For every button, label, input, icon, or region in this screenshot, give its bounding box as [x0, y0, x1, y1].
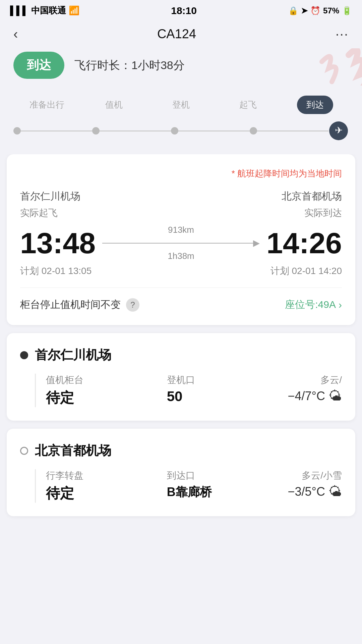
step-dot-1 — [13, 127, 21, 135]
flight-path-info: 913km ▶ 1h38m — [96, 225, 266, 261]
step-dot-4 — [250, 127, 257, 135]
step-dot-3 — [171, 127, 178, 135]
baggage-value: 待定 — [46, 484, 164, 503]
signal-icon: ▌▌▌ — [10, 5, 28, 16]
arrive-status-label: 实际到达 — [304, 207, 342, 219]
arrival-detail-grid: 行李转盘 待定 到达口 B靠廊桥 多云/小雪 −3/5°C 🌤 — [46, 469, 342, 503]
battery-icon: 🔋 — [342, 6, 352, 15]
seat-link[interactable]: 座位号:49A › — [285, 298, 342, 312]
chevron-right-icon: › — [339, 299, 342, 311]
flight-duration-text: 飞行时长：1小时38分 — [74, 58, 185, 73]
path-arrow: ▶ — [102, 238, 260, 248]
departure-dot — [20, 351, 28, 359]
cloud-decoration — [261, 48, 362, 86]
exit-col: 到达口 B靠廊桥 — [167, 469, 285, 503]
alarm-icon: ⏰ — [310, 6, 320, 15]
checkin-counter-label: 值机柜台 — [46, 374, 164, 386]
arrived-banner: 到达 飞行时长：1小时38分 — [0, 48, 362, 86]
arrival-time: 14:26 — [266, 228, 342, 258]
depart-plan: 计划 02-01 13:05 — [20, 265, 92, 277]
step-arrive-label: 到达 — [297, 96, 333, 114]
step-checkin: 值机 — [80, 99, 147, 111]
arrival-airport: 北京首都机场 — [282, 190, 342, 203]
arrival-detail-inner: 行李转盘 待定 到达口 B靠廊桥 多云/小雪 −3/5°C 🌤 — [35, 469, 342, 503]
status-left: ▌▌▌ 中国联通 📶 — [10, 5, 79, 16]
exit-label: 到达口 — [167, 469, 285, 482]
time-row: 13:48 913km ▶ 1h38m 14:26 — [20, 225, 342, 261]
wifi-icon: 📶 — [69, 5, 79, 16]
distance: 913km — [168, 225, 194, 235]
flight-info-card: * 航班起降时间均为当地时间 首尔仁川机场 北京首都机场 实际起飞 实际到达 1… — [7, 154, 355, 325]
arrival-detail-card: 北京首都机场 行李转盘 待定 到达口 B靠廊桥 多云/小雪 −3/5°C 🌤 — [7, 429, 355, 516]
checkin-text: 柜台停止值机时间不变 — [20, 298, 121, 312]
baggage-col: 行李转盘 待定 — [46, 469, 164, 503]
back-button[interactable]: ‹ — [13, 26, 18, 42]
card-divider — [20, 287, 342, 288]
battery-percent: 57% — [323, 6, 339, 15]
departure-time: 13:48 — [20, 228, 96, 258]
arrival-dot — [20, 447, 28, 455]
arrived-tag: 到达 — [13, 52, 64, 79]
departure-temp: −4/7°C 🌤 — [288, 388, 342, 404]
gate-value: 50 — [167, 388, 285, 405]
step-dot-2 — [92, 127, 100, 135]
arrival-weather-col: 多云/小雪 −3/5°C 🌤 — [288, 469, 342, 503]
status-time: 18:10 — [171, 5, 197, 16]
flight-duration-card: 1h38m — [168, 251, 194, 261]
arrival-airport-title: 北京首都机场 — [35, 442, 111, 459]
departure-weather-label: 多云/ — [288, 374, 342, 386]
arrival-weather-label: 多云/小雪 — [288, 469, 342, 482]
arrival-airport-header: 北京首都机场 — [20, 442, 342, 459]
depart-status-label: 实际起飞 — [20, 207, 58, 219]
flight-number-title: CA124 — [157, 27, 196, 41]
seat-number: 座位号:49A — [285, 298, 336, 312]
more-menu-button[interactable]: ··· — [336, 26, 349, 42]
checkin-info: 柜台停止值机时间不变 ? — [20, 298, 139, 312]
status-right: 🔒 ➤ ⏰ 57% 🔋 — [288, 6, 352, 15]
steps-labels: 准备出行 值机 登机 起飞 到达 — [13, 96, 349, 114]
step-prepare-label: 准备出行 — [29, 100, 64, 110]
step-board: 登机 — [147, 99, 215, 111]
question-badge[interactable]: ? — [126, 298, 139, 312]
checkin-row: 柜台停止值机时间不变 ? 座位号:49A › — [20, 298, 342, 312]
step-takeoff: 起飞 — [215, 99, 282, 111]
plane-icon: ✈ — [328, 121, 349, 141]
exit-value: B靠廊桥 — [167, 484, 285, 500]
step-prepare: 准备出行 — [13, 99, 80, 111]
arrow-icon: ▶ — [253, 238, 260, 248]
departure-detail-inner: 值机柜台 待定 登机口 50 多云/ −4/7°C 🌤 — [35, 374, 342, 407]
departure-airport: 首尔仁川机场 — [20, 190, 80, 203]
baggage-label: 行李转盘 — [46, 469, 164, 482]
departure-detail-card: 首尔仁川机场 值机柜台 待定 登机口 50 多云/ −4/7°C 🌤 — [7, 333, 355, 421]
departure-detail-grid: 值机柜台 待定 登机口 50 多云/ −4/7°C 🌤 — [46, 374, 342, 407]
steps-bar: ✈ — [13, 121, 349, 141]
step-takeoff-label: 起飞 — [239, 100, 257, 110]
gate-col: 登机口 50 — [167, 374, 285, 407]
airport-row: 首尔仁川机场 北京首都机场 — [20, 190, 342, 203]
departure-weather-col: 多云/ −4/7°C 🌤 — [288, 374, 342, 407]
departure-airport-title: 首尔仁川机场 — [35, 346, 111, 364]
step-line-4 — [257, 130, 328, 131]
status-bar: ▌▌▌ 中国联通 📶 18:10 🔒 ➤ ⏰ 57% 🔋 — [0, 0, 362, 20]
step-checkin-label: 值机 — [105, 100, 123, 110]
header: ‹ CA124 ··· — [0, 20, 362, 48]
time-note: * 航班起降时间均为当地时间 — [20, 168, 342, 179]
carrier-name: 中国联通 — [31, 5, 66, 16]
step-line-2 — [100, 130, 171, 131]
step-line-1 — [21, 130, 92, 131]
location-icon: ➤ — [301, 6, 308, 15]
departure-airport-header: 首尔仁川机场 — [20, 346, 342, 364]
progress-section: 准备出行 值机 登机 起飞 到达 ✈ — [0, 86, 362, 154]
step-board-label: 登机 — [172, 100, 190, 110]
arrival-temp: −3/5°C 🌤 — [288, 484, 342, 499]
lock-icon: 🔒 — [288, 6, 298, 15]
sun-cloud-icon-departure: 🌤 — [328, 388, 342, 404]
checkin-counter-value: 待定 — [46, 388, 164, 407]
gate-label: 登机口 — [167, 374, 285, 386]
arrive-plan: 计划 02-01 14:20 — [270, 265, 342, 277]
plan-row: 计划 02-01 13:05 计划 02-01 14:20 — [20, 265, 342, 277]
sun-cloud-icon-arrival: 🌤 — [328, 484, 342, 499]
svg-text:✈: ✈ — [335, 125, 343, 136]
checkin-counter-col: 值机柜台 待定 — [46, 374, 164, 407]
status-row: 实际起飞 实际到达 — [20, 207, 342, 219]
